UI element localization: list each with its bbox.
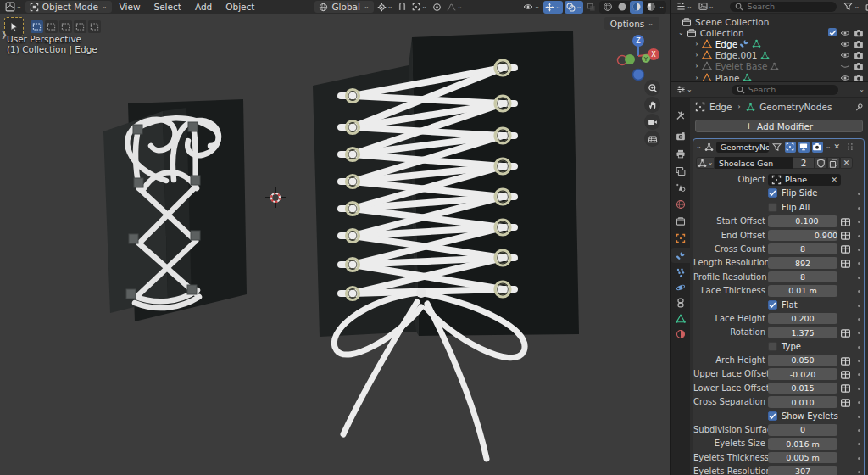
user-count-badge[interactable]: 2 <box>793 157 815 169</box>
input-attribute-toggle-icon[interactable] <box>840 217 851 227</box>
checkbox-type[interactable] <box>768 342 777 351</box>
properties-tab-scene[interactable] <box>671 180 690 195</box>
properties-tab-object[interactable] <box>671 231 690 246</box>
camera-view-button[interactable] <box>644 114 660 130</box>
outliner-filter-type-dropdown[interactable]: ⌄ <box>697 0 716 13</box>
decorator-dot[interactable] <box>858 249 860 251</box>
decorator-dot[interactable] <box>858 457 860 460</box>
param-field-lace-thickness[interactable]: 0.01 m <box>768 285 837 297</box>
expand-chevron[interactable]: ⌄ <box>693 53 699 59</box>
decorator-dot[interactable] <box>858 416 860 418</box>
decorator-dot[interactable] <box>858 193 860 195</box>
outliner-item-label[interactable]: Edge.001 <box>715 50 758 60</box>
snap-settings-dropdown[interactable]: ⌄ <box>410 1 429 14</box>
outliner-row-plane[interactable]: ⌄Plane <box>671 72 868 82</box>
param-field-end-offset[interactable]: 0.900 <box>768 230 837 242</box>
pivot-point-dropdown[interactable]: ⌄ <box>376 1 395 14</box>
decorator-dot[interactable] <box>858 360 860 362</box>
decorator-dot[interactable] <box>858 221 860 223</box>
param-field-lace-height[interactable]: 0.200 <box>768 313 837 325</box>
decorator-dot[interactable] <box>858 277 860 279</box>
select-mode-invert[interactable] <box>74 20 86 33</box>
breadcrumb-modifier[interactable]: GeometryNodes <box>760 102 832 112</box>
decorator-dot[interactable] <box>858 305 860 307</box>
properties-tab-physics[interactable] <box>671 280 690 295</box>
drag-handle-icon[interactable] <box>846 142 854 151</box>
decorator-dot[interactable] <box>858 388 860 390</box>
outliner-item-label[interactable]: Scene Collection <box>695 17 769 27</box>
decorator-dot[interactable] <box>858 207 860 210</box>
duplicate-node-group-button[interactable] <box>827 157 840 169</box>
properties-search-input[interactable] <box>748 85 833 94</box>
param-field-rotation[interactable]: 1.375 <box>768 327 837 338</box>
editor-type-button[interactable]: ⌄ <box>3 1 24 14</box>
properties-search[interactable] <box>732 85 838 95</box>
param-field-eyelets-thickness[interactable]: 0.005 m <box>768 452 837 464</box>
hide-eye-toggle-closed[interactable] <box>840 61 850 71</box>
lace-object-small[interactable] <box>103 99 247 321</box>
properties-tab-world[interactable] <box>671 197 690 212</box>
decorator-dot[interactable] <box>858 346 860 349</box>
xray-toggle[interactable] <box>585 1 598 14</box>
unlink-node-group-button[interactable]: ✕ <box>840 157 853 169</box>
outliner-filter-dropdown[interactable]: ⌄ <box>842 0 861 13</box>
show-overlays-toggle[interactable]: ⌄ <box>565 1 584 14</box>
input-attribute-toggle-icon[interactable] <box>840 370 851 380</box>
pin-icon[interactable] <box>854 103 864 112</box>
outliner-search-input[interactable] <box>747 2 832 11</box>
outliner-row-eyelet-base[interactable]: ⌄Eyelet Base <box>671 61 868 72</box>
mode-dropdown[interactable]: Object Mode⌄ <box>25 1 112 13</box>
realtime-display-toggle[interactable] <box>798 142 810 153</box>
properties-tab-modifiers[interactable] <box>671 248 690 263</box>
decorator-dot[interactable] <box>858 373 860 376</box>
outliner-row-scene-collection[interactable]: Scene Collection <box>671 16 868 27</box>
expand-chevron[interactable]: ⌄ <box>678 30 684 36</box>
outliner-item-label[interactable]: Collection <box>700 28 744 38</box>
shading-material-button[interactable] <box>630 1 643 14</box>
hide-eye-toggle[interactable] <box>840 50 850 60</box>
lace-object-large[interactable] <box>313 31 579 459</box>
select-mode-intersect[interactable] <box>88 20 101 33</box>
disable-render-toggle[interactable] <box>854 73 864 82</box>
menu-add[interactable]: Add <box>189 1 218 13</box>
properties-editor-type-button[interactable]: ⌄ <box>675 83 694 96</box>
object-visibility-dropdown[interactable]: ⌄ <box>521 1 542 14</box>
shading-wireframe-button[interactable] <box>601 1 615 14</box>
modifier-extras-dropdown[interactable]: ⌄ <box>826 143 832 150</box>
navigation-gizmo[interactable]: Z X Y <box>618 35 660 81</box>
toolbar-expand-arrow[interactable]: ❯ <box>1 31 8 39</box>
decorator-dot[interactable] <box>858 401 860 404</box>
outliner-item-label[interactable]: Plane <box>715 73 740 82</box>
select-mode-new[interactable] <box>31 20 43 33</box>
outliner-item-label[interactable]: Edge <box>715 39 737 49</box>
input-attribute-toggle-icon[interactable] <box>840 383 851 394</box>
outliner-display-mode-dropdown[interactable]: ⌄ <box>675 0 694 13</box>
outliner-row-edge-001[interactable]: ⌄Edge.001 <box>671 50 868 61</box>
options-dropdown[interactable]: Options⌄ <box>604 17 659 30</box>
outliner-item-label[interactable]: Eyelet Base <box>715 61 768 71</box>
zoom-view-button[interactable] <box>644 80 660 96</box>
checkbox-flat[interactable] <box>768 300 777 310</box>
param-field-upper-lace-offset[interactable]: -0.020 <box>768 368 837 380</box>
menu-view[interactable]: View <box>114 1 147 13</box>
clear-object-icon[interactable]: ✕ <box>831 176 837 184</box>
select-mode-extend[interactable] <box>45 20 58 33</box>
param-field-profile-resolution[interactable]: 8 <box>768 271 837 283</box>
properties-tab-render[interactable] <box>671 129 690 144</box>
show-gizmos-toggle[interactable]: ⌄ <box>543 1 563 14</box>
param-field-eyelets-size[interactable]: 0.016 m <box>768 438 837 450</box>
properties-tab-output[interactable] <box>671 146 690 161</box>
decorator-dot[interactable] <box>858 471 860 473</box>
modifier-name-field[interactable]: GeometryNodes <box>716 142 769 153</box>
outliner-row-edge[interactable]: ⌄Edge <box>671 38 868 49</box>
collection-checkbox[interactable] <box>828 28 837 38</box>
checkbox-show-eyelets[interactable] <box>768 411 777 421</box>
input-attribute-toggle-icon[interactable] <box>840 244 851 254</box>
on-cage-toggle[interactable] <box>771 142 782 153</box>
param-field-object[interactable]: Plane✕ <box>768 174 841 186</box>
outliner-row-collection[interactable]: ⌄Collection <box>671 27 868 38</box>
menu-object[interactable]: Object <box>220 1 260 13</box>
decorator-dot[interactable] <box>858 290 860 293</box>
properties-tab-material[interactable] <box>671 327 690 342</box>
transform-orientation-dropdown[interactable]: Global⌄ <box>314 1 373 13</box>
